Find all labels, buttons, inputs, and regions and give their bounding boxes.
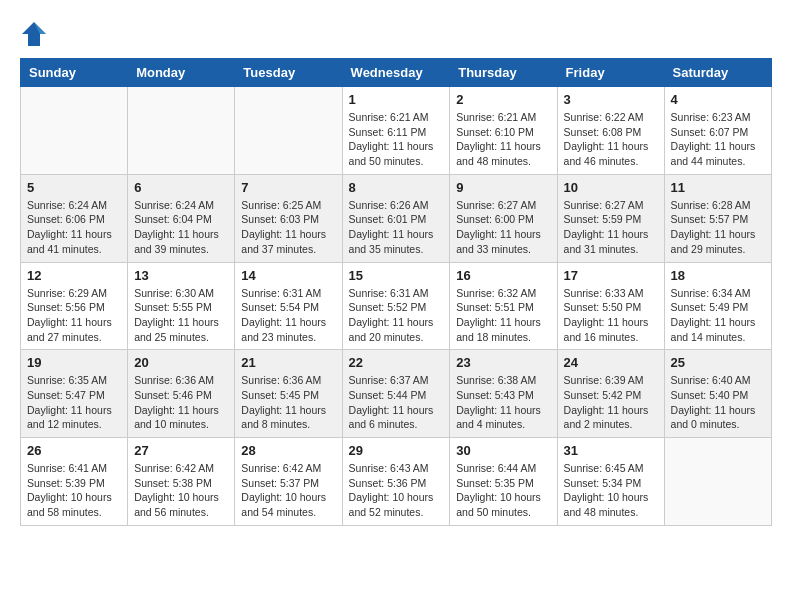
calendar-cell: 22Sunrise: 6:37 AM Sunset: 5:44 PM Dayli… [342, 350, 450, 438]
day-info: Sunrise: 6:43 AM Sunset: 5:36 PM Dayligh… [349, 461, 444, 520]
day-number: 1 [349, 92, 444, 107]
day-info: Sunrise: 6:24 AM Sunset: 6:04 PM Dayligh… [134, 198, 228, 257]
day-info: Sunrise: 6:21 AM Sunset: 6:11 PM Dayligh… [349, 110, 444, 169]
calendar-cell: 10Sunrise: 6:27 AM Sunset: 5:59 PM Dayli… [557, 174, 664, 262]
calendar-cell [128, 87, 235, 175]
day-number: 11 [671, 180, 765, 195]
calendar-cell: 4Sunrise: 6:23 AM Sunset: 6:07 PM Daylig… [664, 87, 771, 175]
day-info: Sunrise: 6:30 AM Sunset: 5:55 PM Dayligh… [134, 286, 228, 345]
day-number: 26 [27, 443, 121, 458]
calendar-header-tuesday: Tuesday [235, 59, 342, 87]
day-number: 20 [134, 355, 228, 370]
calendar-cell: 18Sunrise: 6:34 AM Sunset: 5:49 PM Dayli… [664, 262, 771, 350]
day-info: Sunrise: 6:35 AM Sunset: 5:47 PM Dayligh… [27, 373, 121, 432]
day-info: Sunrise: 6:36 AM Sunset: 5:46 PM Dayligh… [134, 373, 228, 432]
calendar-cell: 13Sunrise: 6:30 AM Sunset: 5:55 PM Dayli… [128, 262, 235, 350]
calendar-cell [235, 87, 342, 175]
day-info: Sunrise: 6:27 AM Sunset: 6:00 PM Dayligh… [456, 198, 550, 257]
day-number: 16 [456, 268, 550, 283]
day-number: 7 [241, 180, 335, 195]
calendar-header-thursday: Thursday [450, 59, 557, 87]
day-number: 30 [456, 443, 550, 458]
calendar-cell: 3Sunrise: 6:22 AM Sunset: 6:08 PM Daylig… [557, 87, 664, 175]
day-number: 9 [456, 180, 550, 195]
calendar-cell: 14Sunrise: 6:31 AM Sunset: 5:54 PM Dayli… [235, 262, 342, 350]
calendar-header-saturday: Saturday [664, 59, 771, 87]
day-info: Sunrise: 6:45 AM Sunset: 5:34 PM Dayligh… [564, 461, 658, 520]
day-info: Sunrise: 6:42 AM Sunset: 5:37 PM Dayligh… [241, 461, 335, 520]
calendar-cell: 12Sunrise: 6:29 AM Sunset: 5:56 PM Dayli… [21, 262, 128, 350]
logo [20, 20, 52, 48]
day-info: Sunrise: 6:34 AM Sunset: 5:49 PM Dayligh… [671, 286, 765, 345]
day-number: 29 [349, 443, 444, 458]
day-number: 22 [349, 355, 444, 370]
calendar-header-wednesday: Wednesday [342, 59, 450, 87]
day-number: 8 [349, 180, 444, 195]
calendar-week-row: 12Sunrise: 6:29 AM Sunset: 5:56 PM Dayli… [21, 262, 772, 350]
day-number: 24 [564, 355, 658, 370]
day-info: Sunrise: 6:41 AM Sunset: 5:39 PM Dayligh… [27, 461, 121, 520]
day-info: Sunrise: 6:42 AM Sunset: 5:38 PM Dayligh… [134, 461, 228, 520]
page-header [20, 20, 772, 48]
day-number: 10 [564, 180, 658, 195]
calendar-header-friday: Friday [557, 59, 664, 87]
day-number: 13 [134, 268, 228, 283]
calendar-cell: 25Sunrise: 6:40 AM Sunset: 5:40 PM Dayli… [664, 350, 771, 438]
calendar-header-row: SundayMondayTuesdayWednesdayThursdayFrid… [21, 59, 772, 87]
day-info: Sunrise: 6:44 AM Sunset: 5:35 PM Dayligh… [456, 461, 550, 520]
day-info: Sunrise: 6:40 AM Sunset: 5:40 PM Dayligh… [671, 373, 765, 432]
day-number: 6 [134, 180, 228, 195]
day-info: Sunrise: 6:22 AM Sunset: 6:08 PM Dayligh… [564, 110, 658, 169]
day-info: Sunrise: 6:36 AM Sunset: 5:45 PM Dayligh… [241, 373, 335, 432]
calendar-cell: 28Sunrise: 6:42 AM Sunset: 5:37 PM Dayli… [235, 438, 342, 526]
day-number: 17 [564, 268, 658, 283]
day-info: Sunrise: 6:21 AM Sunset: 6:10 PM Dayligh… [456, 110, 550, 169]
day-info: Sunrise: 6:32 AM Sunset: 5:51 PM Dayligh… [456, 286, 550, 345]
calendar-cell: 15Sunrise: 6:31 AM Sunset: 5:52 PM Dayli… [342, 262, 450, 350]
day-info: Sunrise: 6:33 AM Sunset: 5:50 PM Dayligh… [564, 286, 658, 345]
calendar-cell: 7Sunrise: 6:25 AM Sunset: 6:03 PM Daylig… [235, 174, 342, 262]
calendar-cell: 24Sunrise: 6:39 AM Sunset: 5:42 PM Dayli… [557, 350, 664, 438]
calendar-header-monday: Monday [128, 59, 235, 87]
day-info: Sunrise: 6:24 AM Sunset: 6:06 PM Dayligh… [27, 198, 121, 257]
day-info: Sunrise: 6:29 AM Sunset: 5:56 PM Dayligh… [27, 286, 121, 345]
calendar-cell: 21Sunrise: 6:36 AM Sunset: 5:45 PM Dayli… [235, 350, 342, 438]
day-number: 12 [27, 268, 121, 283]
day-number: 31 [564, 443, 658, 458]
calendar-cell: 30Sunrise: 6:44 AM Sunset: 5:35 PM Dayli… [450, 438, 557, 526]
day-number: 27 [134, 443, 228, 458]
calendar-week-row: 5Sunrise: 6:24 AM Sunset: 6:06 PM Daylig… [21, 174, 772, 262]
calendar-cell: 29Sunrise: 6:43 AM Sunset: 5:36 PM Dayli… [342, 438, 450, 526]
calendar-cell [664, 438, 771, 526]
day-info: Sunrise: 6:26 AM Sunset: 6:01 PM Dayligh… [349, 198, 444, 257]
calendar-cell: 20Sunrise: 6:36 AM Sunset: 5:46 PM Dayli… [128, 350, 235, 438]
calendar-cell: 16Sunrise: 6:32 AM Sunset: 5:51 PM Dayli… [450, 262, 557, 350]
day-number: 23 [456, 355, 550, 370]
calendar-cell: 8Sunrise: 6:26 AM Sunset: 6:01 PM Daylig… [342, 174, 450, 262]
calendar-cell [21, 87, 128, 175]
day-number: 3 [564, 92, 658, 107]
calendar-cell: 9Sunrise: 6:27 AM Sunset: 6:00 PM Daylig… [450, 174, 557, 262]
day-info: Sunrise: 6:25 AM Sunset: 6:03 PM Dayligh… [241, 198, 335, 257]
calendar-week-row: 19Sunrise: 6:35 AM Sunset: 5:47 PM Dayli… [21, 350, 772, 438]
day-number: 28 [241, 443, 335, 458]
day-info: Sunrise: 6:39 AM Sunset: 5:42 PM Dayligh… [564, 373, 658, 432]
calendar-cell: 11Sunrise: 6:28 AM Sunset: 5:57 PM Dayli… [664, 174, 771, 262]
calendar-cell: 23Sunrise: 6:38 AM Sunset: 5:43 PM Dayli… [450, 350, 557, 438]
day-number: 25 [671, 355, 765, 370]
calendar-week-row: 26Sunrise: 6:41 AM Sunset: 5:39 PM Dayli… [21, 438, 772, 526]
day-number: 5 [27, 180, 121, 195]
day-number: 4 [671, 92, 765, 107]
day-info: Sunrise: 6:27 AM Sunset: 5:59 PM Dayligh… [564, 198, 658, 257]
calendar-cell: 26Sunrise: 6:41 AM Sunset: 5:39 PM Dayli… [21, 438, 128, 526]
calendar-cell: 31Sunrise: 6:45 AM Sunset: 5:34 PM Dayli… [557, 438, 664, 526]
day-info: Sunrise: 6:38 AM Sunset: 5:43 PM Dayligh… [456, 373, 550, 432]
day-info: Sunrise: 6:37 AM Sunset: 5:44 PM Dayligh… [349, 373, 444, 432]
day-number: 19 [27, 355, 121, 370]
calendar-cell: 5Sunrise: 6:24 AM Sunset: 6:06 PM Daylig… [21, 174, 128, 262]
calendar-cell: 1Sunrise: 6:21 AM Sunset: 6:11 PM Daylig… [342, 87, 450, 175]
calendar-cell: 2Sunrise: 6:21 AM Sunset: 6:10 PM Daylig… [450, 87, 557, 175]
calendar-cell: 17Sunrise: 6:33 AM Sunset: 5:50 PM Dayli… [557, 262, 664, 350]
calendar-week-row: 1Sunrise: 6:21 AM Sunset: 6:11 PM Daylig… [21, 87, 772, 175]
calendar-table: SundayMondayTuesdayWednesdayThursdayFrid… [20, 58, 772, 526]
